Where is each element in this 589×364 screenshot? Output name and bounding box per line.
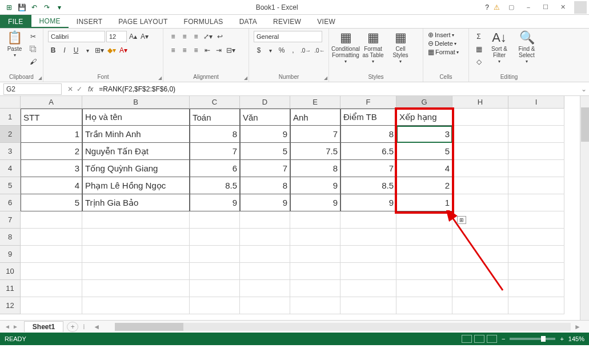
cell-empty[interactable] [82,280,190,297]
font-size-select[interactable]: 12 [106,31,127,42]
cell-header-stt[interactable]: STT [21,109,82,126]
cell-rank[interactable]: 4 [396,160,452,177]
cell-empty[interactable] [240,229,290,246]
tab-insert[interactable]: INSERT [69,15,111,28]
cell-empty[interactable] [508,280,564,297]
cell-header-toan[interactable]: Toán [190,109,240,126]
cell-empty[interactable] [190,211,240,229]
dialog-launcher-icon[interactable]: ◢ [38,75,42,81]
normal-view-icon[interactable] [462,335,472,343]
cell-empty[interactable] [396,280,452,297]
cell-name[interactable]: Trịnh Gia Bảo [82,194,190,211]
close-button[interactable]: ✕ [555,2,571,13]
column-header-H[interactable]: H [452,96,508,109]
cell-empty[interactable] [290,211,340,229]
cell-empty[interactable] [21,246,82,263]
cell-empty[interactable] [452,297,508,314]
cell-anh[interactable]: 7 [290,126,340,143]
cell-header-van[interactable]: Văn [240,109,290,126]
cell-diemtb[interactable]: 9 [340,194,396,211]
cell-anh[interactable]: 8 [290,160,340,177]
cell-empty[interactable] [452,246,508,263]
comma-icon[interactable]: , [288,45,298,56]
cell-header-diemtb[interactable]: Điểm TB [340,109,396,126]
new-sheet-button[interactable]: + [67,322,78,332]
cancel-formula-icon[interactable]: ✕ [67,85,73,93]
cell-empty[interactable] [240,263,290,280]
cell-empty[interactable] [290,229,340,246]
cell-diemtb[interactable]: 7 [340,160,396,177]
column-header-E[interactable]: E [290,96,340,109]
format-cells-button[interactable]: ▦Format▾ [428,48,459,56]
scrollbar-thumb[interactable] [581,107,589,142]
cell-empty[interactable] [508,263,564,280]
cell-empty[interactable] [21,229,82,246]
row-header-2[interactable]: 2 [0,126,21,143]
cell-van[interactable]: 8 [240,177,290,194]
cell-empty[interactable] [240,246,290,263]
cell-header-xephang[interactable]: Xếp hạng [396,109,452,126]
redo-icon[interactable]: ↷ [42,3,51,12]
cell-empty[interactable] [508,143,564,160]
cell-diemtb[interactable]: 8 [340,126,396,143]
ribbon-display-icon[interactable]: ▢ [503,2,519,13]
cell-rank[interactable]: 3 [396,126,452,143]
row-header-9[interactable]: 9 [0,246,21,263]
cell-empty[interactable] [240,211,290,229]
formula-input[interactable]: =RANK(F2,$F$2:$F$6,0) [97,85,579,93]
row-header-8[interactable]: 8 [0,229,21,246]
percent-icon[interactable]: % [277,45,287,56]
align-right-icon[interactable]: ≡ [191,45,201,56]
clear-icon[interactable]: ◇ [474,56,484,67]
cell-empty[interactable] [452,263,508,280]
cell-empty[interactable] [21,211,82,229]
cell-empty[interactable] [290,263,340,280]
fill-color-icon[interactable]: ◆▾ [106,45,117,56]
column-header-A[interactable]: A [21,96,82,109]
chevron-down-icon[interactable]: ▾ [82,45,93,56]
sheet-nav-next-icon[interactable]: ► [13,323,18,330]
align-bottom-icon[interactable]: ≡ [191,31,201,42]
merge-icon[interactable]: ⊟▾ [225,45,237,56]
cell-empty[interactable] [508,177,564,194]
cell-van[interactable]: 7 [240,160,290,177]
cell-empty[interactable] [508,194,564,211]
maximize-button[interactable]: ☐ [538,2,554,13]
cell-empty[interactable] [452,177,508,194]
cell-empty[interactable] [340,297,396,314]
row-header-3[interactable]: 3 [0,143,21,160]
tab-formulas[interactable]: FORMULAS [176,15,231,28]
expand-formula-icon[interactable]: ⌄ [579,85,589,93]
cell-empty[interactable] [240,280,290,297]
decrease-indent-icon[interactable]: ⇤ [202,45,213,56]
conditional-formatting-button[interactable]: ▦Conditional Formatting▾ [334,31,358,65]
cell-toan[interactable]: 9 [190,194,240,211]
cell-van[interactable]: 5 [240,143,290,160]
page-break-view-icon[interactable] [487,335,497,343]
sheet-tab-scroll-icon[interactable]: ⁞ [78,323,90,331]
cell-empty[interactable] [452,126,508,143]
page-layout-view-icon[interactable] [474,335,484,343]
cell-anh[interactable]: 9 [290,194,340,211]
scrollbar-thumb[interactable] [115,323,183,331]
cell-empty[interactable] [190,297,240,314]
align-left-icon[interactable]: ≡ [168,45,178,56]
cell-diemtb[interactable]: 8.5 [340,177,396,194]
row-header-10[interactable]: 10 [0,263,21,280]
delete-cells-button[interactable]: ⊖Delete▾ [428,39,456,47]
tab-file[interactable]: FILE [0,15,31,28]
cell-stt[interactable]: 1 [21,126,82,143]
tab-review[interactable]: REVIEW [265,15,309,28]
zoom-in-icon[interactable]: + [560,335,563,342]
row-header-4[interactable]: 4 [0,160,21,177]
align-top-icon[interactable]: ≡ [168,31,178,42]
minimize-button[interactable]: − [520,2,536,13]
cell-empty[interactable] [21,263,82,280]
cell-empty[interactable] [190,280,240,297]
enter-formula-icon[interactable]: ✓ [77,85,82,93]
tab-data[interactable]: DATA [231,15,265,28]
dialog-launcher-icon[interactable]: ◢ [158,75,162,81]
save-icon[interactable]: 💾 [17,3,26,12]
zoom-level[interactable]: 145% [568,335,584,342]
cell-stt[interactable]: 4 [21,177,82,194]
